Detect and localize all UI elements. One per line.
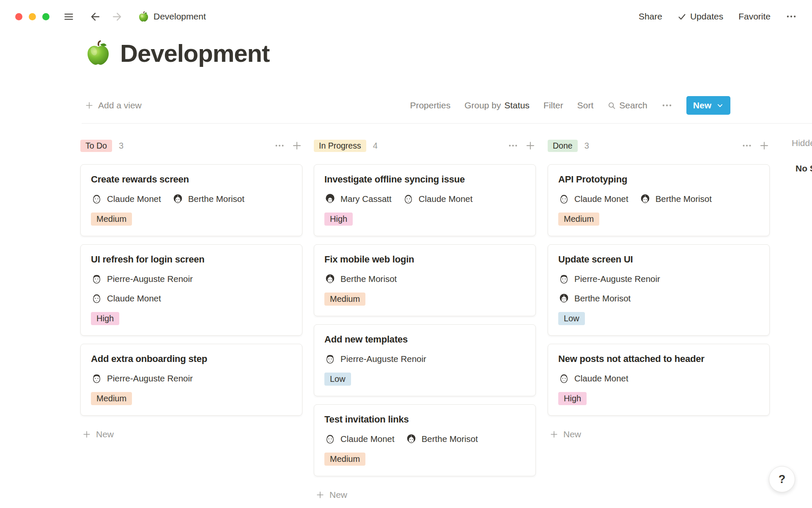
- sort-button[interactable]: Sort: [577, 100, 594, 110]
- add-card-label: New: [563, 429, 581, 439]
- assignee: Pierre-Auguste Renoir: [91, 373, 193, 384]
- avatar-mary-cassatt: [324, 193, 336, 204]
- avatar-berthe-morisot: [324, 273, 336, 284]
- column-add-card-icon[interactable]: [291, 140, 302, 151]
- assignee-name: Pierre-Auguste Renoir: [107, 274, 193, 284]
- column-status-badge[interactable]: To Do: [80, 140, 112, 152]
- priority-badge: Medium: [91, 213, 132, 226]
- minimize-window-button[interactable]: [29, 13, 36, 20]
- kanban-card[interactable]: Test invitation links Claude Monet Berth…: [314, 404, 536, 476]
- avatar-claude-monet: [558, 193, 570, 204]
- column-header: To Do 3: [80, 138, 302, 153]
- assignee: Berthe Morisot: [324, 273, 397, 284]
- view-more-options-icon[interactable]: [661, 100, 672, 111]
- column-add-card-icon[interactable]: [525, 140, 536, 151]
- avatar-pierre-auguste-renoir: [324, 353, 336, 364]
- kanban-card[interactable]: New posts not attached to header Claude …: [548, 344, 770, 416]
- assignee: Mary Cassatt: [324, 193, 392, 204]
- card-title: Fix mobile web login: [324, 254, 525, 265]
- column-options-icon[interactable]: [742, 141, 752, 151]
- add-card-button[interactable]: New: [82, 429, 302, 439]
- kanban-card[interactable]: Create rewards screen Claude Monet Berth…: [80, 164, 302, 236]
- assignee-name: Claude Monet: [419, 194, 473, 204]
- column-count: 3: [584, 141, 589, 151]
- forward-arrow-icon[interactable]: [111, 11, 123, 22]
- zoom-window-button[interactable]: [42, 13, 49, 20]
- assignee-name: Claude Monet: [107, 194, 161, 204]
- hidden-group-name: No Status: [796, 163, 812, 174]
- priority-badge: Medium: [558, 213, 599, 226]
- column-add-card-icon[interactable]: [759, 140, 770, 151]
- add-card-label: New: [329, 490, 347, 500]
- column-in-progress: In Progress 4 Investigate offline syncin…: [314, 138, 536, 500]
- column-options-icon[interactable]: [508, 141, 518, 151]
- add-card-button[interactable]: New: [315, 490, 536, 500]
- assignee-name: Mary Cassatt: [340, 194, 392, 204]
- kanban-card[interactable]: API Prototyping Claude Monet Berthe Mori…: [548, 164, 770, 236]
- traffic-lights: [15, 13, 49, 20]
- assignee-name: Claude Monet: [574, 194, 628, 204]
- card-title: Add new templates: [324, 334, 525, 345]
- assignee: Berthe Morisot: [172, 193, 244, 204]
- hidden-group-item[interactable]: No Status: [792, 162, 812, 175]
- search-button[interactable]: Search: [607, 100, 647, 110]
- card-title: Create rewards screen: [91, 174, 292, 185]
- filter-button[interactable]: Filter: [543, 100, 563, 110]
- favorite-button[interactable]: Favorite: [738, 11, 771, 22]
- assignee: Claude Monet: [558, 193, 628, 204]
- sidebar-menu-icon[interactable]: [63, 11, 74, 22]
- assignee-name: Pierre-Auguste Renoir: [574, 274, 660, 284]
- card-title: Investigate offline syncing issue: [324, 174, 525, 185]
- new-button[interactable]: New: [686, 96, 730, 115]
- share-button[interactable]: Share: [639, 11, 662, 22]
- card-title: New posts not attached to header: [558, 353, 759, 364]
- page-apple-icon: [138, 11, 149, 22]
- hidden-groups-label[interactable]: Hidden: [792, 138, 812, 148]
- kanban-card[interactable]: Add extra onboarding step Pierre-Auguste…: [80, 344, 302, 416]
- group-by-button[interactable]: Group by Status: [464, 100, 529, 110]
- page-apple-emoji[interactable]: [85, 40, 112, 67]
- assignee: Berthe Morisot: [639, 193, 712, 204]
- updates-button[interactable]: Updates: [678, 11, 723, 22]
- assignee-name: Berthe Morisot: [656, 194, 712, 204]
- add-card-button[interactable]: New: [549, 429, 770, 439]
- priority-badge: High: [324, 213, 353, 226]
- new-button-label: New: [693, 100, 711, 110]
- kanban-card[interactable]: Add new templates Pierre-Auguste Renoir …: [314, 324, 536, 396]
- kanban-card[interactable]: UI refresh for login screen Pierre-Augus…: [80, 244, 302, 336]
- avatar-claude-monet: [324, 433, 336, 444]
- kanban-card[interactable]: Fix mobile web login Berthe Morisot Medi…: [314, 244, 536, 316]
- assignee-name: Claude Monet: [107, 293, 161, 304]
- kanban-card[interactable]: Update screen UI Pierre-Auguste Renoir B…: [548, 244, 770, 336]
- add-view-button[interactable]: Add a view: [85, 100, 142, 110]
- assignee: Berthe Morisot: [406, 433, 478, 444]
- close-window-button[interactable]: [15, 13, 22, 20]
- assignee: Claude Monet: [558, 373, 628, 384]
- add-card-label: New: [96, 429, 114, 439]
- priority-badge: Low: [324, 373, 351, 386]
- avatar-pierre-auguste-renoir: [91, 273, 102, 284]
- check-icon: [678, 12, 686, 21]
- assignee-name: Berthe Morisot: [188, 194, 244, 204]
- column-status-badge[interactable]: Done: [548, 140, 578, 152]
- avatar-claude-monet: [558, 373, 570, 384]
- back-arrow-icon[interactable]: [90, 11, 101, 22]
- column-options-icon[interactable]: [274, 141, 285, 151]
- help-button[interactable]: ?: [769, 466, 795, 492]
- priority-badge: High: [91, 312, 119, 325]
- column-todo: To Do 3 Create rewards screen Claude Mon…: [80, 138, 302, 439]
- avatar-pierre-auguste-renoir: [91, 373, 102, 384]
- toolbar-divider: [82, 123, 812, 124]
- avatar-claude-monet: [91, 293, 102, 304]
- priority-badge: Medium: [91, 392, 132, 405]
- more-options-icon[interactable]: [786, 11, 797, 22]
- page-title[interactable]: Development: [120, 39, 269, 67]
- avatar-claude-monet: [403, 193, 414, 204]
- column-count: 3: [119, 141, 123, 151]
- properties-button[interactable]: Properties: [410, 100, 450, 110]
- breadcrumb[interactable]: Development: [138, 11, 206, 22]
- column-header: Done 3: [548, 138, 770, 153]
- kanban-card[interactable]: Investigate offline syncing issue Mary C…: [314, 164, 536, 236]
- column-status-badge[interactable]: In Progress: [314, 140, 366, 152]
- breadcrumb-title: Development: [154, 11, 206, 22]
